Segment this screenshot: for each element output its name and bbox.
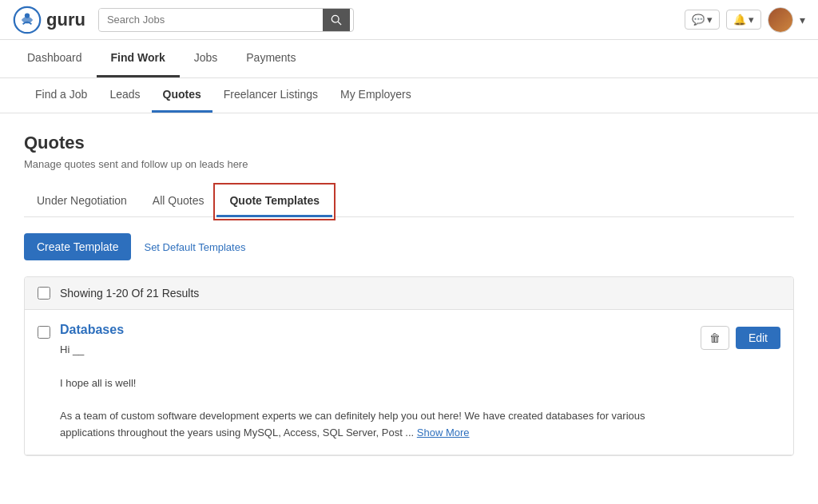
- show-more-link[interactable]: Show More: [417, 427, 470, 439]
- results-count-label: Showing 1-20 Of 21 Results: [60, 287, 199, 300]
- results-header: Showing 1-20 Of 21 Results: [25, 277, 793, 310]
- tab-quote-templates[interactable]: Quote Templates: [216, 186, 332, 217]
- chevron-down-icon-2: ▾: [749, 14, 754, 26]
- tab-all-quotes[interactable]: All Quotes: [140, 186, 217, 217]
- template-preview: Hi __ I hope all is well! As a team of c…: [60, 342, 691, 442]
- select-all-checkbox[interactable]: [38, 287, 50, 300]
- edit-button[interactable]: Edit: [736, 327, 780, 349]
- secondary-nav: Find a Job Leads Quotes Freelancer Listi…: [0, 78, 818, 113]
- search-icon: [331, 14, 342, 26]
- primary-nav: Dashboard Find Work Jobs Payments: [0, 40, 818, 78]
- nav-item-payments[interactable]: Payments: [232, 40, 310, 77]
- avatar[interactable]: [768, 7, 793, 33]
- nav-item-jobs[interactable]: Jobs: [180, 40, 232, 77]
- toolbar: Create Template Set Default Templates: [24, 233, 794, 260]
- page-subtitle: Manage quotes sent and follow up on lead…: [24, 158, 794, 170]
- template-item: Databases Hi __ I hope all is well! As a…: [25, 310, 793, 455]
- logo[interactable]: guru: [13, 6, 85, 34]
- svg-point-2: [332, 15, 339, 22]
- template-actions: 🗑 Edit: [701, 326, 780, 350]
- search-button[interactable]: [323, 9, 350, 31]
- create-template-button[interactable]: Create Template: [24, 233, 131, 260]
- secondary-nav-freelancer-listings[interactable]: Freelancer Listings: [212, 78, 329, 113]
- top-right-actions: 💬 ▾ 🔔 ▾ ▾: [685, 7, 805, 33]
- item-checkbox[interactable]: [38, 326, 50, 339]
- page-content: Quotes Manage quotes sent and follow up …: [0, 113, 818, 475]
- secondary-nav-find-a-job[interactable]: Find a Job: [24, 78, 98, 113]
- secondary-nav-my-employers[interactable]: My Employers: [329, 78, 423, 113]
- search-input[interactable]: [99, 9, 323, 30]
- chevron-down-icon: ▾: [707, 14, 713, 26]
- svg-line-3: [338, 22, 341, 25]
- preview-greeting: Hi __: [60, 342, 691, 359]
- results-container: Showing 1-20 Of 21 Results Databases Hi …: [24, 276, 794, 456]
- quote-tabs: Under Negotiation All Quotes Quote Templ…: [24, 186, 794, 217]
- messages-button[interactable]: 💬 ▾: [685, 10, 720, 30]
- secondary-nav-quotes[interactable]: Quotes: [152, 78, 212, 113]
- avatar-image: [768, 8, 792, 32]
- svg-point-1: [25, 13, 30, 18]
- search-wrap: [98, 8, 354, 32]
- template-body: Databases Hi __ I hope all is well! As a…: [60, 323, 691, 442]
- nav-item-dashboard[interactable]: Dashboard: [13, 40, 97, 77]
- trash-icon: 🗑: [709, 331, 721, 344]
- preview-body: As a team of custom software development…: [60, 408, 691, 442]
- preview-opening: I hope all is well!: [60, 375, 691, 392]
- set-default-templates-link[interactable]: Set Default Templates: [144, 241, 245, 253]
- delete-button[interactable]: 🗑: [701, 326, 729, 350]
- logo-icon: [13, 6, 42, 34]
- tab-under-negotiation[interactable]: Under Negotiation: [24, 186, 140, 217]
- notifications-button[interactable]: 🔔 ▾: [726, 10, 761, 30]
- secondary-nav-leads[interactable]: Leads: [98, 78, 151, 113]
- template-title[interactable]: Databases: [60, 323, 691, 337]
- page-title: Quotes: [24, 133, 794, 153]
- top-bar: guru 💬 ▾ 🔔 ▾ ▾: [0, 0, 818, 40]
- avatar-chevron: ▾: [800, 14, 805, 26]
- nav-item-find-work[interactable]: Find Work: [97, 40, 180, 77]
- logo-text: guru: [46, 10, 85, 30]
